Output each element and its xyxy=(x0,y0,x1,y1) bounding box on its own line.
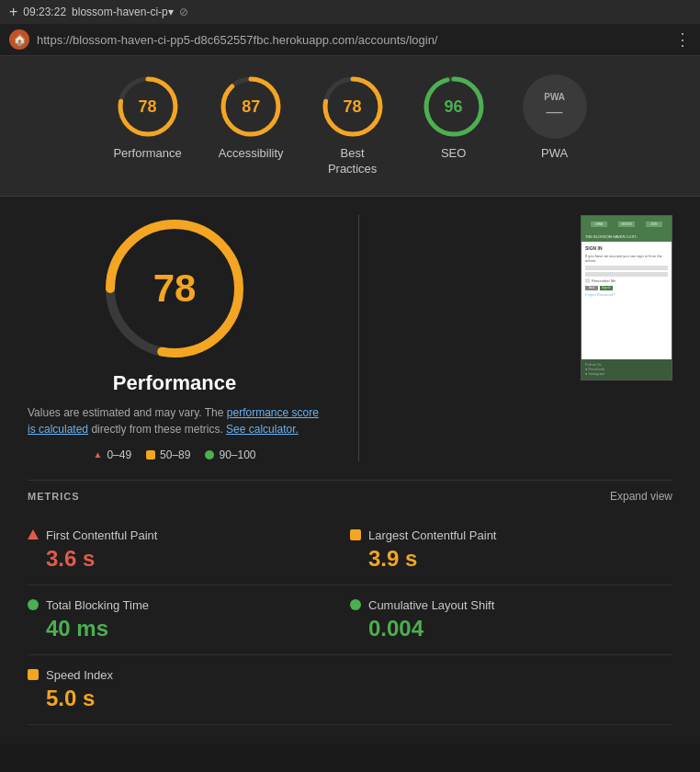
expand-view-button[interactable]: Expand view xyxy=(610,490,672,503)
pwa-label-top: PWA xyxy=(544,92,565,102)
performance-desc: Values are estimated and may vary. The p… xyxy=(28,404,322,437)
circle-green-icon-cls xyxy=(350,599,361,610)
metric-tbt-name: Total Blocking Time xyxy=(46,598,149,612)
url-text[interactable]: https://blossom-haven-ci-pp5-d8c652557fb… xyxy=(37,33,667,47)
score-value-performance: 78 xyxy=(139,97,157,117)
score-section: 78 Performance 87 Accessibility 78 BestP… xyxy=(0,56,700,197)
ss-buttons: Back Sign In xyxy=(585,286,668,290)
score-card-best-practices[interactable]: 78 BestPractices xyxy=(321,74,385,177)
ss-remember: Remember Me xyxy=(585,278,668,283)
score-ring-seo: 96 xyxy=(422,74,486,139)
ss-body-text: If you have an account you can sign in f… xyxy=(585,254,668,263)
score-ring-best-practices: 78 xyxy=(321,74,385,139)
desc-text-2: directly from these metrics. xyxy=(91,423,226,436)
square-orange-icon-si xyxy=(28,669,39,680)
score-label-pwa: PWA xyxy=(541,146,568,162)
metrics-header: METRICS Expand view xyxy=(28,480,672,503)
ss-btn-back: Back xyxy=(585,286,598,290)
metric-lcp-value: 3.9 s xyxy=(368,546,672,572)
score-ring-accessibility: 87 xyxy=(219,74,283,139)
pwa-ring: PWA — xyxy=(523,74,587,139)
screenshot-thumbnail: HOME SIGN IN JOIN THE BLOSSOM HAVEN CUST… xyxy=(581,215,672,380)
big-score-value: 78 xyxy=(153,267,197,311)
status-bar-left: + 09:23:22 blossom-haven-ci-p▾ ⊘ xyxy=(9,4,188,20)
main-content: 78 Performance Values are estimated and … xyxy=(0,197,700,744)
metric-tbt-row: Total Blocking Time xyxy=(28,598,332,612)
ss-body: SIGN IN If you have an account you can s… xyxy=(581,242,672,359)
metric-lcp-row: Largest Contentful Paint xyxy=(350,528,672,542)
metric-lcp: Largest Contentful Paint 3.9 s xyxy=(350,516,672,585)
metric-cls-name: Cumulative Layout Shift xyxy=(368,598,494,612)
metric-cls: Cumulative Layout Shift 0.004 xyxy=(350,585,672,655)
url-bar: 🏠 https://blossom-haven-ci-pp5-d8c652557… xyxy=(0,24,700,56)
ss-remember-label: Remember Me xyxy=(592,278,615,283)
site-icon: 🏠 xyxy=(9,29,29,50)
circle-green-icon xyxy=(205,450,214,460)
metric-cls-row: Cumulative Layout Shift xyxy=(350,598,672,612)
app-name: blossom-haven-ci-p▾ xyxy=(72,6,174,18)
ss-checkbox xyxy=(585,278,590,283)
performance-title: Performance xyxy=(113,371,237,395)
score-value-seo: 96 xyxy=(445,97,463,117)
metric-fcp-row: First Contentful Paint xyxy=(28,528,332,542)
legend-green-range: 90–100 xyxy=(219,448,255,461)
triangle-red-icon: ▲ xyxy=(93,449,102,460)
ss-header: HOME SIGN IN JOIN xyxy=(581,216,672,233)
metric-si-value: 5.0 s xyxy=(46,686,332,711)
score-card-pwa[interactable]: PWA — PWA xyxy=(523,74,587,177)
score-card-accessibility[interactable]: 87 Accessibility xyxy=(219,74,284,177)
ss-footer: Follow Us● Facebook● Instagram xyxy=(581,359,672,380)
score-card-seo[interactable]: 96 SEO xyxy=(422,74,486,177)
ss-btn-signin: Sign In xyxy=(600,286,613,290)
metric-fcp-value: 3.6 s xyxy=(46,546,332,572)
ss-nav-2: SIGN IN xyxy=(618,221,635,227)
metrics-grid: First Contentful Paint 3.6 s Largest Con… xyxy=(28,516,672,725)
score-value-best-practices: 78 xyxy=(344,97,362,117)
circle-green-icon-tbt xyxy=(28,599,39,610)
ss-follow: Follow Us● Facebook● Instagram xyxy=(581,359,672,379)
vertical-divider xyxy=(358,215,359,461)
ss-url-bar: THE BLOSSOM HAVEN CUST... xyxy=(585,234,638,239)
calculator-link[interactable]: See calculator. xyxy=(226,423,299,436)
legend-red-range: 0–49 xyxy=(107,448,131,461)
pwa-dash: — xyxy=(547,102,563,121)
status-time: 09:23:22 xyxy=(23,6,66,18)
legend: ▲ 0–49 50–89 90–100 xyxy=(93,448,255,461)
legend-green: 90–100 xyxy=(205,448,255,461)
metric-si-name: Speed Index xyxy=(46,668,113,682)
legend-orange: 50–89 xyxy=(146,448,190,461)
metric-si: Speed Index 5.0 s xyxy=(28,655,350,725)
metric-empty xyxy=(350,655,672,725)
status-bar: + 09:23:22 blossom-haven-ci-p▾ ⊘ xyxy=(0,0,700,24)
metric-tbt: Total Blocking Time 40 ms xyxy=(28,585,350,655)
desc-text-1: Values are estimated and may vary. The xyxy=(28,406,227,419)
score-card-performance[interactable]: 78 Performance xyxy=(113,74,181,177)
score-value-accessibility: 87 xyxy=(242,97,260,117)
ss-field-email xyxy=(585,266,668,270)
triangle-red-icon-fcp xyxy=(28,529,39,540)
ss-nav-1: HOME xyxy=(591,221,607,227)
score-label-accessibility: Accessibility xyxy=(219,146,284,162)
legend-red: ▲ 0–49 xyxy=(93,448,131,461)
add-icon[interactable]: + xyxy=(9,4,17,20)
square-orange-icon-lcp xyxy=(350,529,361,540)
legend-orange-range: 50–89 xyxy=(160,448,190,461)
performance-right: HOME SIGN IN JOIN THE BLOSSOM HAVEN CUST… xyxy=(396,215,672,380)
ss-signin-label: SIGN IN xyxy=(585,245,668,251)
metric-fcp: First Contentful Paint 3.6 s xyxy=(28,516,350,585)
square-orange-icon xyxy=(146,450,155,460)
metric-lcp-name: Largest Contentful Paint xyxy=(368,528,496,542)
score-label-seo: SEO xyxy=(441,146,466,162)
score-label-performance: Performance xyxy=(113,146,181,162)
metrics-title: METRICS xyxy=(28,491,80,502)
ss-nav-3: JOIN xyxy=(646,221,662,227)
performance-section: 78 Performance Values are estimated and … xyxy=(28,215,672,461)
metric-cls-value: 0.004 xyxy=(368,616,672,641)
performance-left: 78 Performance Values are estimated and … xyxy=(28,215,322,461)
ss-field-password xyxy=(585,272,668,277)
score-label-best-practices: BestPractices xyxy=(328,146,377,177)
metric-tbt-value: 40 ms xyxy=(46,616,332,641)
ss-forgot-link: Forgot Password? xyxy=(585,292,668,297)
url-menu-icon[interactable]: ⋮ xyxy=(674,29,691,50)
metric-fcp-name: First Contentful Paint xyxy=(46,528,157,542)
